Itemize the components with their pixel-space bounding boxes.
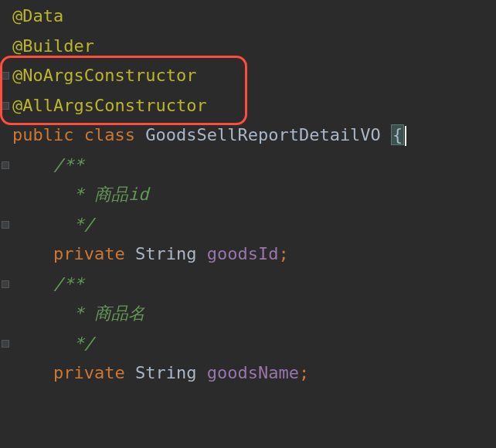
code-line[interactable]: @AllArgsConstructor xyxy=(0,91,496,121)
code-line[interactable]: @Data xyxy=(0,2,496,32)
code-content: @AllArgsConstructor xyxy=(11,91,207,121)
code-content: */ xyxy=(11,210,94,240)
comment-text: 商品名 xyxy=(94,304,145,323)
code-content: @Data xyxy=(11,2,63,32)
code-line[interactable]: private String goodsId; xyxy=(0,239,496,270)
indent xyxy=(12,155,53,175)
keyword-private: private xyxy=(53,363,125,382)
code-content: public class GoodsSellReportDetailVO { xyxy=(11,120,406,151)
code-content: @Builder xyxy=(11,32,94,62)
keyword-public: public xyxy=(12,125,73,144)
code-content: * 商品名 xyxy=(11,299,145,329)
annotation: @Builder xyxy=(12,36,94,56)
gutter xyxy=(0,102,11,110)
indent xyxy=(12,274,53,294)
indent xyxy=(12,215,63,234)
gutter-fold-icon[interactable] xyxy=(2,280,9,288)
type: String xyxy=(135,363,196,382)
code-line[interactable]: * 商品名 xyxy=(0,299,496,329)
class-name: GoodsSellReportDetailVO xyxy=(145,125,381,144)
comment-start: /** xyxy=(53,274,84,294)
code-content: */ xyxy=(11,329,94,359)
code-content: /** xyxy=(11,151,84,181)
code-line[interactable]: @Builder xyxy=(0,32,496,62)
gutter-marker-icon xyxy=(2,102,9,110)
code-line[interactable]: /** xyxy=(0,270,496,300)
comment-start: /** xyxy=(53,155,84,175)
comment-text: 商品id xyxy=(94,185,149,204)
gutter xyxy=(0,161,11,169)
comment-end: */ xyxy=(63,334,94,353)
gutter-fold-icon[interactable] xyxy=(2,221,9,229)
semicolon: ; xyxy=(278,244,288,263)
keyword-private: private xyxy=(53,244,125,263)
gutter-fold-icon[interactable] xyxy=(2,161,9,169)
open-brace: { xyxy=(391,124,404,145)
gutter xyxy=(0,280,11,288)
annotation: @NoArgsConstructor xyxy=(12,66,196,85)
indent xyxy=(12,304,63,323)
keyword-class: class xyxy=(84,125,135,144)
code-content: * 商品id xyxy=(11,180,148,210)
gutter-marker-icon xyxy=(2,72,9,80)
code-line[interactable]: */ xyxy=(0,329,496,359)
indent xyxy=(12,363,53,382)
comment-star: * xyxy=(63,185,94,204)
code-line[interactable]: /** xyxy=(0,151,496,181)
code-content: private String goodsName; xyxy=(11,358,309,389)
gutter xyxy=(0,72,11,80)
code-content: @NoArgsConstructor xyxy=(11,61,196,91)
code-content: /** xyxy=(11,270,84,300)
cursor xyxy=(405,126,406,146)
gutter-fold-icon[interactable] xyxy=(2,340,9,348)
annotation: @AllArgsConstructor xyxy=(12,96,207,115)
type: String xyxy=(135,244,196,263)
code-line[interactable]: @NoArgsConstructor xyxy=(0,61,496,91)
field-name: goodsId xyxy=(207,244,279,263)
code-content: private String goodsId; xyxy=(11,239,289,270)
annotation: @Data xyxy=(12,6,63,25)
indent xyxy=(12,244,53,263)
indent xyxy=(12,334,63,353)
code-line[interactable]: */ xyxy=(0,210,496,240)
code-line[interactable]: * 商品id xyxy=(0,180,496,210)
indent xyxy=(12,185,63,204)
field-name: goodsName xyxy=(207,363,299,382)
semicolon: ; xyxy=(299,363,309,382)
gutter xyxy=(0,221,11,229)
code-line[interactable]: public class GoodsSellReportDetailVO { xyxy=(0,120,496,151)
comment-end: */ xyxy=(63,215,94,234)
code-line[interactable]: private String goodsName; xyxy=(0,358,496,389)
comment-star: * xyxy=(63,304,94,323)
gutter xyxy=(0,340,11,348)
